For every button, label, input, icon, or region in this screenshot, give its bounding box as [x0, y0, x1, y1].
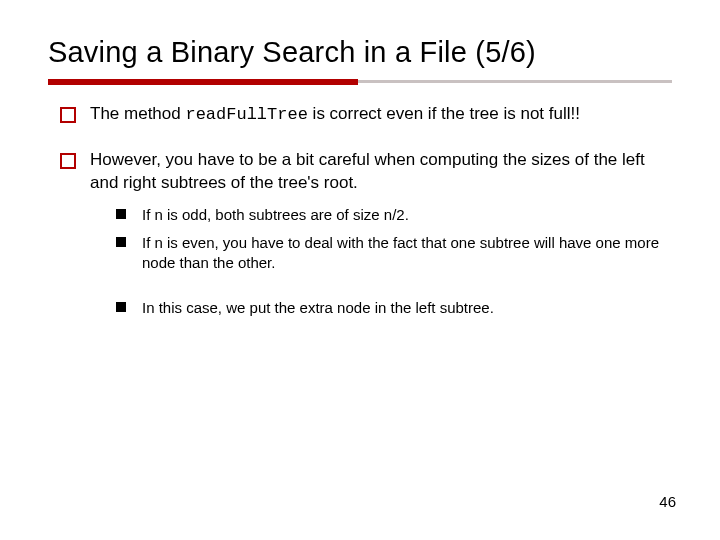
bullet-2c: In this case, we put the extra node in t… [116, 298, 660, 318]
bullet-1-code: readFullTree [185, 105, 307, 124]
bullet-1-post: is correct even if the tree is not full!… [308, 104, 580, 123]
title-rule [48, 79, 672, 85]
page-number: 46 [659, 493, 676, 510]
slide-title: Saving a Binary Search in a File (5/6) [48, 36, 672, 69]
slide-body: The method readFullTree is correct even … [0, 85, 720, 318]
bullet-2b: If n is even, you have to deal with the … [116, 233, 660, 274]
bullet-1: The method readFullTree is correct even … [60, 103, 660, 127]
bullet-2: However, you have to be a bit careful wh… [60, 149, 660, 318]
bullet-2a: If n is odd, both subtrees are of size n… [116, 205, 660, 225]
bullet-2-text: However, you have to be a bit careful wh… [90, 150, 645, 192]
bullet-1-pre: The method [90, 104, 185, 123]
